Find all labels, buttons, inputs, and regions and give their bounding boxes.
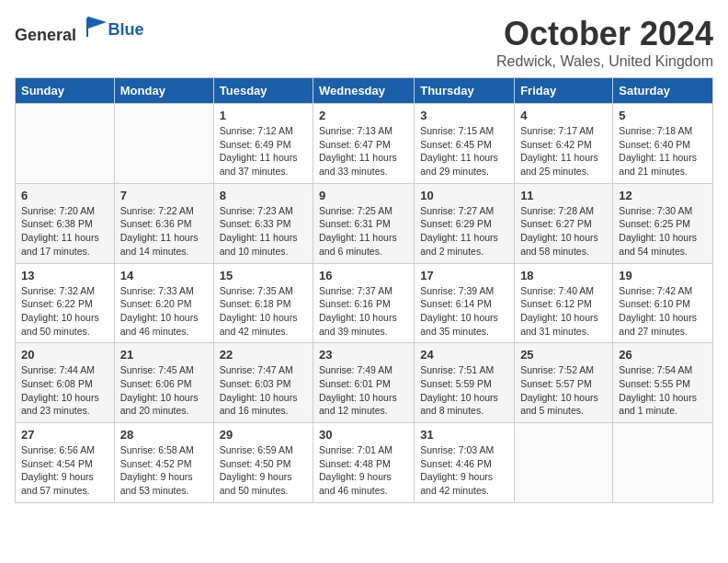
day-cell: 30Sunrise: 7:01 AMSunset: 4:48 PMDayligh… [313,423,415,503]
day-cell: 9Sunrise: 7:25 AMSunset: 6:31 PMDaylight… [313,183,415,263]
day-info: Sunrise: 7:23 AMSunset: 6:33 PMDaylight:… [220,204,307,259]
day-info: Sunrise: 7:37 AMSunset: 6:16 PMDaylight:… [319,284,408,339]
day-info: Sunrise: 7:20 AMSunset: 6:38 PMDaylight:… [21,204,108,259]
day-cell: 26Sunrise: 7:54 AMSunset: 5:55 PMDayligh… [613,343,713,423]
day-number: 28 [120,428,208,442]
day-number: 26 [619,348,707,362]
day-number: 8 [220,189,307,202]
day-number: 17 [420,269,508,282]
day-info: Sunrise: 6:58 AMSunset: 4:52 PMDaylight:… [120,443,208,498]
day-cell: 28Sunrise: 6:58 AMSunset: 4:52 PMDayligh… [114,423,213,503]
calendar-table: SundayMondayTuesdayWednesdayThursdayFrid… [15,77,713,503]
day-number: 16 [319,269,408,282]
day-number: 21 [120,348,208,362]
col-header-sunday: Sunday [16,78,115,104]
day-number: 22 [220,348,307,362]
day-number: 23 [319,348,408,362]
day-number: 19 [619,269,707,282]
day-cell: 18Sunrise: 7:40 AMSunset: 6:12 PMDayligh… [515,263,613,343]
col-header-friday: Friday [515,78,613,104]
day-info: Sunrise: 7:39 AMSunset: 6:14 PMDaylight:… [420,284,508,339]
day-info: Sunrise: 7:13 AMSunset: 6:47 PMDaylight:… [319,124,408,178]
day-info: Sunrise: 7:01 AMSunset: 4:48 PMDaylight:… [319,443,408,498]
day-number: 9 [319,189,408,202]
day-number: 13 [21,269,108,282]
col-header-thursday: Thursday [415,78,515,104]
day-info: Sunrise: 7:27 AMSunset: 6:29 PMDaylight:… [420,204,508,259]
day-cell: 6Sunrise: 7:20 AMSunset: 6:38 PMDaylight… [16,183,115,263]
day-cell: 14Sunrise: 7:33 AMSunset: 6:20 PMDayligh… [114,263,213,343]
day-cell [613,423,713,503]
day-number: 7 [120,189,208,202]
day-info: Sunrise: 7:25 AMSunset: 6:31 PMDaylight:… [319,204,408,259]
day-number: 1 [220,109,307,122]
day-cell: 13Sunrise: 7:32 AMSunset: 6:22 PMDayligh… [16,263,115,343]
day-cell: 29Sunrise: 6:59 AMSunset: 4:50 PMDayligh… [213,423,313,503]
day-info: Sunrise: 7:40 AMSunset: 6:12 PMDaylight:… [520,284,607,339]
svg-marker-0 [86,17,107,37]
day-number: 10 [420,189,508,202]
week-row-5: 27Sunrise: 6:56 AMSunset: 4:54 PMDayligh… [16,423,713,503]
location-subtitle: Redwick, Wales, United Kingdom [496,53,713,70]
day-info: Sunrise: 7:45 AMSunset: 6:06 PMDaylight:… [120,363,208,418]
day-cell: 3Sunrise: 7:15 AMSunset: 6:45 PMDaylight… [415,104,515,184]
day-number: 18 [520,269,607,282]
day-cell: 22Sunrise: 7:47 AMSunset: 6:03 PMDayligh… [213,343,313,423]
day-cell [515,423,613,503]
day-info: Sunrise: 7:51 AMSunset: 5:59 PMDaylight:… [420,363,508,418]
day-number: 29 [220,428,307,442]
day-info: Sunrise: 7:33 AMSunset: 6:20 PMDaylight:… [120,284,208,339]
logo-general: General [15,26,76,44]
day-number: 11 [520,189,607,202]
week-row-3: 13Sunrise: 7:32 AMSunset: 6:22 PMDayligh… [16,263,713,343]
day-number: 2 [319,109,408,122]
week-row-2: 6Sunrise: 7:20 AMSunset: 6:38 PMDaylight… [16,183,713,263]
day-number: 4 [520,109,607,122]
day-number: 12 [619,189,707,202]
day-cell: 1Sunrise: 7:12 AMSunset: 6:49 PMDaylight… [213,104,313,184]
day-info: Sunrise: 7:12 AMSunset: 6:49 PMDaylight:… [220,124,307,178]
day-cell: 2Sunrise: 7:13 AMSunset: 6:47 PMDaylight… [313,104,415,184]
day-number: 20 [21,348,108,362]
day-cell: 11Sunrise: 7:28 AMSunset: 6:27 PMDayligh… [515,183,613,263]
month-title: October 2024 [496,15,713,53]
day-info: Sunrise: 7:30 AMSunset: 6:25 PMDaylight:… [619,204,707,259]
col-header-monday: Monday [114,78,213,104]
day-info: Sunrise: 7:17 AMSunset: 6:42 PMDaylight:… [520,124,607,178]
day-number: 24 [420,348,508,362]
day-number: 31 [420,428,508,442]
day-cell: 16Sunrise: 7:37 AMSunset: 6:16 PMDayligh… [313,263,415,343]
day-cell: 5Sunrise: 7:18 AMSunset: 6:40 PMDaylight… [613,104,713,184]
week-row-4: 20Sunrise: 7:44 AMSunset: 6:08 PMDayligh… [16,343,713,423]
col-header-saturday: Saturday [613,78,713,104]
day-info: Sunrise: 7:54 AMSunset: 5:55 PMDaylight:… [619,363,707,418]
day-cell: 12Sunrise: 7:30 AMSunset: 6:25 PMDayligh… [613,183,713,263]
title-area: October 2024 Redwick, Wales, United King… [496,15,713,70]
day-info: Sunrise: 7:44 AMSunset: 6:08 PMDaylight:… [21,363,108,418]
week-row-1: 1Sunrise: 7:12 AMSunset: 6:49 PMDaylight… [16,104,713,184]
day-cell: 10Sunrise: 7:27 AMSunset: 6:29 PMDayligh… [415,183,515,263]
logo-blue: Blue [108,20,144,39]
day-cell [114,104,213,184]
col-header-tuesday: Tuesday [213,78,313,104]
day-info: Sunrise: 7:52 AMSunset: 5:57 PMDaylight:… [520,363,607,418]
day-cell [16,104,115,184]
day-info: Sunrise: 6:59 AMSunset: 4:50 PMDaylight:… [220,443,307,498]
day-cell: 17Sunrise: 7:39 AMSunset: 6:14 PMDayligh… [415,263,515,343]
day-number: 14 [120,269,208,282]
logo: General Blue [15,15,144,45]
day-info: Sunrise: 6:56 AMSunset: 4:54 PMDaylight:… [21,443,108,498]
day-number: 15 [220,269,307,282]
day-info: Sunrise: 7:35 AMSunset: 6:18 PMDaylight:… [220,284,307,339]
day-cell: 4Sunrise: 7:17 AMSunset: 6:42 PMDaylight… [515,104,613,184]
day-cell: 27Sunrise: 6:56 AMSunset: 4:54 PMDayligh… [16,423,115,503]
day-cell: 8Sunrise: 7:23 AMSunset: 6:33 PMDaylight… [213,183,313,263]
day-cell: 31Sunrise: 7:03 AMSunset: 4:46 PMDayligh… [415,423,515,503]
day-cell: 15Sunrise: 7:35 AMSunset: 6:18 PMDayligh… [213,263,313,343]
header-row: SundayMondayTuesdayWednesdayThursdayFrid… [16,78,713,104]
day-info: Sunrise: 7:03 AMSunset: 4:46 PMDaylight:… [420,443,508,498]
logo-flag-icon [83,15,108,40]
day-number: 30 [319,428,408,442]
day-cell: 21Sunrise: 7:45 AMSunset: 6:06 PMDayligh… [114,343,213,423]
day-info: Sunrise: 7:15 AMSunset: 6:45 PMDaylight:… [420,124,508,178]
